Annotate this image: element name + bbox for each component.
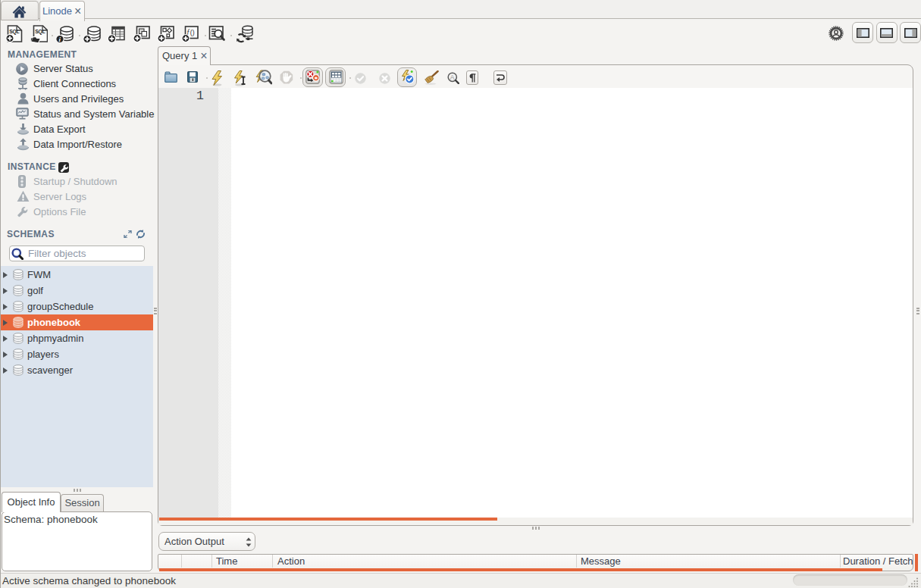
svg-text:(): ()	[190, 29, 195, 36]
svg-text:SQL: SQL	[9, 29, 19, 35]
svg-text:SQL: SQL	[35, 29, 45, 35]
svg-text:A: A	[450, 74, 455, 81]
